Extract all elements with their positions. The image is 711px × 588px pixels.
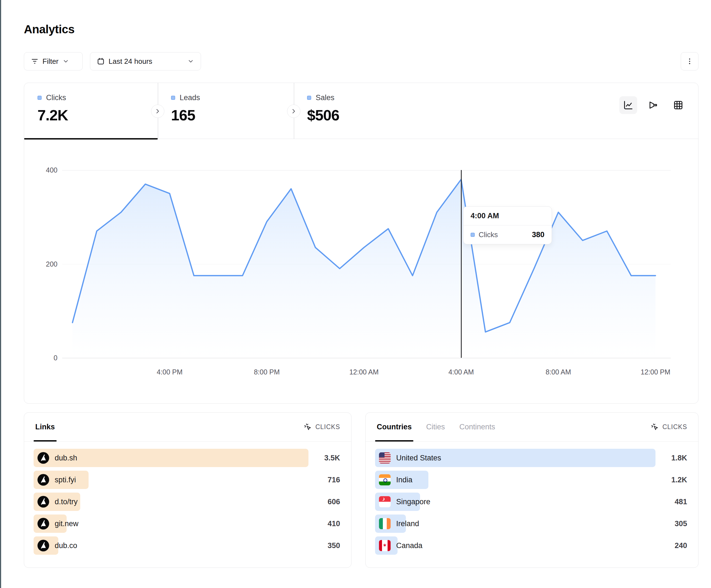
clicks-tab-value: 7.2K [38, 107, 158, 124]
sales-tab-label: Sales [316, 93, 335, 102]
flag-sg-icon [379, 496, 391, 507]
list-item[interactable]: Canada240 [375, 537, 689, 555]
countries-panel: CountriesCitiesContinents CLICKS United … [365, 412, 698, 568]
row-value: 240 [675, 537, 687, 555]
countries-metric-selector[interactable]: CLICKS [651, 423, 687, 431]
window-left-edge [0, 0, 1, 588]
chevron-down-icon [62, 58, 69, 65]
tab-continents[interactable]: Continents [459, 413, 495, 441]
dub-logo-icon [38, 496, 49, 507]
tab-clicks[interactable]: Clicks 7.2K [24, 83, 158, 139]
funnel-view-button[interactable] [644, 96, 662, 114]
tab-countries[interactable]: Countries [377, 413, 412, 441]
tab-links[interactable]: Links [35, 413, 55, 441]
x-tick-label: 12:00 AM [349, 368, 379, 376]
list-item[interactable]: dub.sh3.5K [34, 449, 342, 467]
row-value: 716 [328, 471, 340, 489]
row-label: spti.fyi [55, 476, 76, 484]
tab-leads[interactable]: Leads 165 [158, 83, 294, 139]
clicks-legend-swatch [38, 96, 42, 100]
x-tick-label: 12:00 PM [641, 368, 670, 376]
flag-us-icon [379, 452, 391, 463]
tooltip-series-value: 380 [532, 230, 544, 239]
row-value: 481 [675, 493, 687, 511]
flag-ie-icon [379, 518, 391, 529]
list-item[interactable]: spti.fyi716 [34, 471, 342, 489]
links-metric-selector[interactable]: CLICKS [304, 423, 340, 431]
links-rows: dub.sh3.5Kspti.fyi716d.to/try606git.new4… [24, 442, 351, 562]
table-view-button[interactable] [669, 96, 687, 114]
y-tick-label: 0 [24, 354, 58, 362]
row-label: Ireland [396, 520, 419, 528]
row-label: dub.co [55, 541, 77, 550]
chart-view-switcher [619, 96, 687, 114]
list-item[interactable]: India1.2K [375, 471, 689, 489]
gridline [62, 358, 671, 358]
countries-tabs: CountriesCitiesContinents [377, 413, 495, 441]
dub-logo-icon [38, 518, 49, 529]
expand-clicks-chevron-button[interactable] [151, 105, 164, 118]
cursor-click-icon [651, 423, 659, 431]
sales-tab-value: $506 [307, 107, 424, 124]
analytics-chart-card: Clicks 7.2K Leads 165 [24, 83, 698, 404]
dub-logo-icon [38, 540, 49, 551]
tab-cities[interactable]: Cities [426, 413, 445, 441]
expand-leads-chevron-button[interactable] [287, 105, 300, 118]
dub-logo-icon [38, 452, 49, 464]
row-value: 3.5K [324, 449, 340, 467]
x-tick-label: 8:00 PM [254, 368, 280, 376]
filter-icon [31, 58, 39, 65]
x-tick-label: 4:00 PM [156, 368, 182, 376]
filter-label: Filter [42, 57, 59, 66]
leads-tab-label: Leads [180, 93, 200, 102]
tab-sales[interactable]: Sales $506 [294, 83, 424, 139]
list-item[interactable]: git.new410 [34, 515, 342, 533]
chevron-down-icon [187, 58, 194, 65]
page-title: Analytics [24, 23, 74, 36]
tooltip-series-swatch [471, 233, 475, 237]
row-value: 305 [675, 515, 687, 533]
stats-tabs-row: Clicks 7.2K Leads 165 [24, 83, 698, 139]
list-item[interactable]: d.to/try606 [34, 493, 342, 511]
row-value: 410 [328, 515, 340, 533]
y-tick-label: 200 [24, 260, 58, 268]
row-label: Singapore [396, 498, 430, 506]
leads-legend-swatch [171, 96, 175, 100]
links-metric-label: CLICKS [316, 423, 340, 431]
countries-rows: United States1.8KIndia1.2KSingapore481Ir… [366, 442, 698, 562]
list-item[interactable]: dub.co350 [34, 537, 342, 555]
more-options-button[interactable] [681, 52, 698, 70]
countries-metric-label: CLICKS [663, 423, 687, 431]
leads-tab-value: 165 [171, 107, 294, 124]
hover-cursor-line [461, 170, 462, 358]
flag-in-icon [379, 474, 391, 485]
row-value: 1.8K [671, 449, 687, 467]
row-label: India [396, 476, 413, 484]
row-label: Canada [396, 541, 423, 550]
row-label: d.to/try [55, 498, 78, 506]
list-item[interactable]: United States1.8K [375, 449, 689, 467]
y-tick-label: 400 [24, 166, 58, 174]
list-item[interactable]: Singapore481 [375, 493, 689, 511]
filter-button[interactable]: Filter [24, 52, 83, 70]
area-series [62, 170, 671, 358]
sales-legend-swatch [307, 96, 311, 100]
clicks-timeseries-chart[interactable]: 4002000 4:00 PM8:00 PM12:00 AM4:00 AM8:0… [24, 139, 698, 403]
analytics-page: Analytics Filter Last 24 hours Cl [0, 0, 711, 588]
row-value: 350 [328, 537, 340, 555]
row-value: 1.2K [671, 471, 687, 489]
x-tick-label: 8:00 AM [545, 368, 571, 376]
line-chart-view-button[interactable] [619, 96, 637, 114]
clicks-tab-label: Clicks [46, 93, 66, 102]
row-label: United States [396, 454, 441, 462]
date-range-button[interactable]: Last 24 hours [90, 52, 201, 70]
cursor-click-icon [304, 423, 312, 431]
list-item[interactable]: Ireland305 [375, 515, 689, 533]
date-range-label: Last 24 hours [109, 57, 152, 66]
row-label: dub.sh [55, 454, 77, 462]
dub-logo-icon [38, 474, 49, 485]
x-tick-label: 4:00 AM [448, 368, 474, 376]
tooltip-time: 4:00 AM [464, 207, 552, 226]
calendar-icon [97, 58, 105, 65]
kebab-menu-icon [686, 58, 693, 65]
